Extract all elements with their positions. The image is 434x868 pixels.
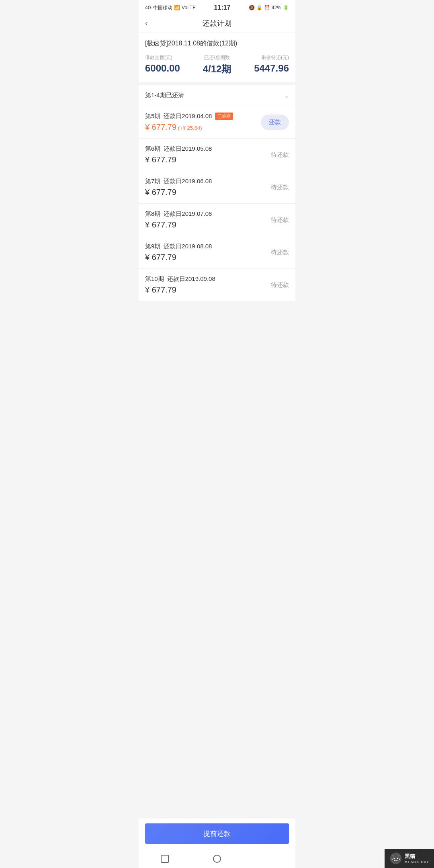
- payment-item-right: 待还款: [271, 281, 289, 289]
- overdue-badge: 已逾期: [215, 113, 233, 120]
- payment-item-left: 第6期还款日2019.05.08¥ 677.79: [145, 145, 271, 164]
- payment-item-header: 第5期还款日2019.04.08已逾期: [145, 113, 261, 120]
- payment-item-right[interactable]: 还款: [261, 115, 289, 130]
- payment-item-right: 待还款: [271, 216, 289, 224]
- back-button[interactable]: ‹: [145, 18, 148, 28]
- period-label: 第7期: [145, 178, 160, 185]
- payment-item-left: 第9期还款日2019.08.08¥ 677.79: [145, 243, 271, 262]
- payment-item-left: 第10期还款日2019.09.08¥ 677.79: [145, 275, 271, 295]
- payment-amount: ¥ 677.79: [145, 253, 271, 262]
- loan-progress-stat: 已还/总期数 4/12期: [193, 54, 241, 76]
- loan-info-section: [极速贷]2018.11.08的借款(12期) 借款金额(元) 6000.00 …: [139, 33, 295, 82]
- payment-item: 第6期还款日2019.05.08¥ 677.79待还款: [139, 139, 295, 171]
- loan-stats: 借款金额(元) 6000.00 已还/总期数 4/12期 剩余待还(元) 544…: [145, 54, 289, 76]
- periods-section: 第1-4期已还清 ⌄ 第5期还款日2019.04.08已逾期¥ 677.79(+…: [139, 85, 295, 301]
- time-display: 11:17: [214, 4, 231, 11]
- overdue-fee: (+¥ 25.64): [178, 125, 202, 131]
- payment-item: 第7期还款日2019.06.08¥ 677.79待还款: [139, 171, 295, 204]
- payment-list: 第5期还款日2019.04.08已逾期¥ 677.79(+¥ 25.64)还款第…: [139, 106, 295, 301]
- amount-value: ¥ 677.79: [145, 253, 176, 262]
- period-label: 第8期: [145, 210, 160, 218]
- payment-item-left: 第7期还款日2019.06.08¥ 677.79: [145, 178, 271, 197]
- payment-amount: ¥ 677.79: [145, 285, 271, 295]
- battery-label: 42%: [272, 5, 281, 10]
- amount-value: ¥ 677.79: [145, 188, 176, 197]
- due-date-label: 还款日2019.04.08: [164, 113, 212, 120]
- due-date-label: 还款日2019.08.08: [164, 243, 212, 250]
- chevron-down-icon: ⌄: [284, 92, 289, 99]
- battery-icon: 🔋: [283, 5, 289, 10]
- period-label: 第10期: [145, 275, 164, 283]
- payment-item-left: 第5期还款日2019.04.08已逾期¥ 677.79(+¥ 25.64): [145, 113, 261, 132]
- remaining-value: 5447.96: [241, 63, 289, 74]
- payment-item: 第9期还款日2019.08.08¥ 677.79待还款: [139, 236, 295, 269]
- due-date-label: 还款日2019.05.08: [164, 145, 212, 153]
- amount-value: ¥ 677.79: [145, 155, 176, 164]
- volte-label: VoLTE: [182, 5, 196, 10]
- payment-item: 第5期还款日2019.04.08已逾期¥ 677.79(+¥ 25.64)还款: [139, 106, 295, 139]
- payment-item-header: 第10期还款日2019.09.08: [145, 275, 271, 283]
- progress-label: 已还/总期数: [193, 54, 241, 61]
- progress-value: 4/12期: [193, 63, 241, 76]
- paid-periods-row[interactable]: 第1-4期已还清 ⌄: [139, 85, 295, 106]
- payment-item-header: 第7期还款日2019.06.08: [145, 178, 271, 185]
- status-bar: 4G 中国移动 📶 VoLTE 11:17 🔕 🔒 ⏰ 42% 🔋: [139, 0, 295, 14]
- pending-status-label: 待还款: [271, 216, 289, 224]
- amount-value: ¥ 677.79: [145, 285, 176, 294]
- amount-label: 借款金额(元): [145, 54, 193, 61]
- payment-amount: ¥ 677.79: [145, 188, 271, 197]
- mute-icon: 🔕: [249, 5, 255, 10]
- period-label: 第9期: [145, 243, 160, 250]
- signal-icon: 4G: [145, 5, 151, 10]
- pending-status-label: 待还款: [271, 281, 289, 289]
- period-label: 第5期: [145, 113, 160, 120]
- payment-item-right: 待还款: [271, 249, 289, 256]
- lock-icon: 🔒: [256, 5, 262, 10]
- pending-status-label: 待还款: [271, 184, 289, 191]
- payment-item-header: 第8期还款日2019.07.08: [145, 210, 271, 218]
- payment-item-left: 第8期还款日2019.07.08¥ 677.79: [145, 210, 271, 229]
- status-right: 🔕 🔒 ⏰ 42% 🔋: [249, 5, 289, 10]
- status-left: 4G 中国移动 📶 VoLTE: [145, 4, 196, 11]
- loan-remaining-stat: 剩余待还(元) 5447.96: [241, 54, 289, 76]
- payment-amount: ¥ 677.79: [145, 220, 271, 229]
- carrier-label: 中国移动: [153, 4, 172, 11]
- amount-value: ¥ 677.79: [145, 123, 176, 131]
- amount-value: 6000.00: [145, 63, 193, 74]
- repay-button[interactable]: 还款: [261, 115, 289, 130]
- alarm-icon: ⏰: [264, 5, 270, 10]
- loan-title: [极速贷]2018.11.08的借款(12期): [145, 39, 289, 48]
- payment-item-header: 第9期还款日2019.08.08: [145, 243, 271, 250]
- payment-amount: ¥ 677.79: [145, 155, 271, 164]
- payment-item-right: 待还款: [271, 184, 289, 191]
- pending-status-label: 待还款: [271, 151, 289, 159]
- paid-periods-label: 第1-4期已还清: [145, 92, 184, 99]
- remaining-label: 剩余待还(元): [241, 54, 289, 61]
- pending-status-label: 待还款: [271, 249, 289, 256]
- amount-value: ¥ 677.79: [145, 220, 176, 229]
- payment-item-right: 待还款: [271, 151, 289, 159]
- period-label: 第6期: [145, 145, 160, 153]
- payment-item: 第10期还款日2019.09.08¥ 677.79待还款: [139, 269, 295, 301]
- payment-item-header: 第6期还款日2019.05.08: [145, 145, 271, 153]
- wifi-icon: 📶: [174, 5, 180, 10]
- header: ‹ 还款计划: [139, 14, 295, 33]
- payment-item: 第8期还款日2019.07.08¥ 677.79待还款: [139, 204, 295, 236]
- due-date-label: 还款日2019.06.08: [164, 178, 212, 185]
- page-title: 还款计划: [203, 18, 231, 28]
- loan-amount-stat: 借款金额(元) 6000.00: [145, 54, 193, 76]
- due-date-label: 还款日2019.09.08: [167, 275, 215, 283]
- payment-amount: ¥ 677.79(+¥ 25.64): [145, 123, 261, 132]
- due-date-label: 还款日2019.07.08: [164, 210, 212, 218]
